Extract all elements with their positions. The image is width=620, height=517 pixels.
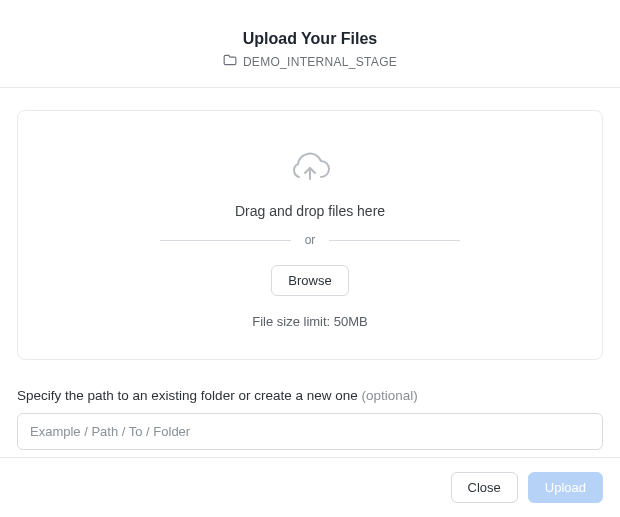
stage-name: DEMO_INTERNAL_STAGE — [243, 55, 397, 69]
divider-line-right — [329, 240, 460, 241]
stage-icon — [223, 54, 237, 69]
dialog-content: Drag and drop files here or Browse File … — [0, 88, 620, 484]
path-label: Specify the path to an existing folder o… — [17, 388, 603, 403]
path-label-optional: (optional) — [361, 388, 417, 403]
file-dropzone[interactable]: Drag and drop files here or Browse File … — [17, 110, 603, 360]
close-button[interactable]: Close — [451, 472, 518, 503]
file-size-limit: File size limit: 50MB — [38, 314, 582, 329]
or-text: or — [305, 233, 316, 247]
dialog-footer: Close Upload — [0, 457, 620, 517]
path-label-main: Specify the path to an existing folder o… — [17, 388, 361, 403]
dialog-header: Upload Your Files DEMO_INTERNAL_STAGE — [0, 0, 620, 88]
page-title: Upload Your Files — [20, 30, 600, 48]
divider-line-left — [160, 240, 291, 241]
browse-button[interactable]: Browse — [271, 265, 348, 296]
drag-drop-text: Drag and drop files here — [38, 203, 582, 219]
stage-row: DEMO_INTERNAL_STAGE — [20, 54, 600, 69]
path-input[interactable] — [17, 413, 603, 450]
upload-button[interactable]: Upload — [528, 472, 603, 503]
or-divider: or — [160, 233, 460, 247]
cloud-upload-icon — [38, 151, 582, 185]
